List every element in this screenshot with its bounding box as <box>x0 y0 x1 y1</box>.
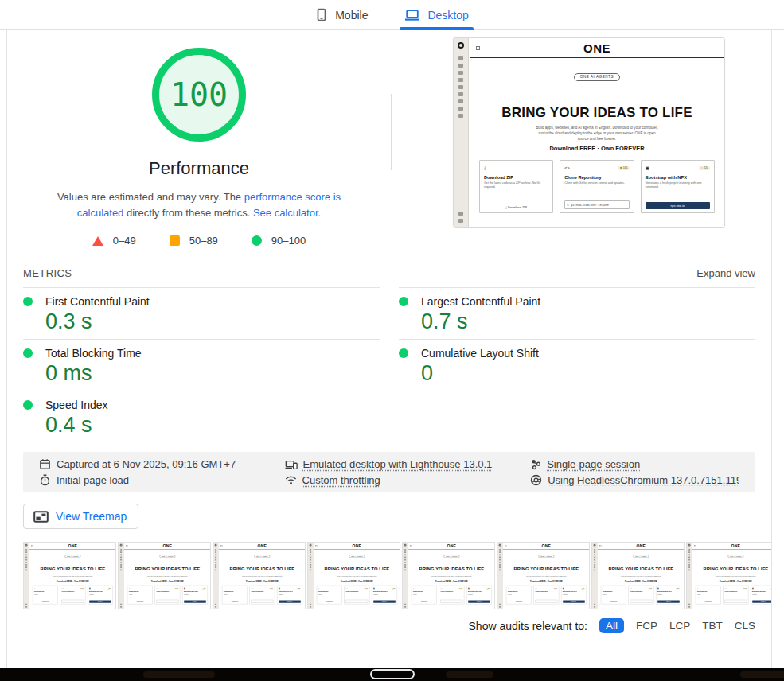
preview-badge: ONE AI AGENTS <box>254 555 270 558</box>
preview-sidebar-icon <box>458 219 463 223</box>
download-icon: ⤓ <box>318 587 319 589</box>
metric-fcp-value: 0.3 s <box>45 310 380 333</box>
preview-badge: ONE AI AGENTS <box>727 555 743 558</box>
page-screenshot-preview: ONE ONE AI AGENTS BRING YOUR IDEAS TO LI… <box>213 543 306 609</box>
view-treemap-button[interactable]: View Treemap <box>23 504 138 529</box>
page-screenshot-preview: ONE ONE AI AGENTS BRING YOUR IDEAS TO LI… <box>592 543 685 609</box>
preview-sidebar-logo-icon <box>404 544 407 547</box>
metrics-heading: METRICS <box>23 267 72 279</box>
phone-icon <box>315 8 328 21</box>
code-icon: <> <box>346 587 348 589</box>
preview-sidebar-icon <box>499 549 501 551</box>
preview-sidebar-icon <box>120 549 122 551</box>
captured-at: Captured at 6 Nov 2025, 09:16 GMT+7 <box>39 458 285 470</box>
preview-subtext: Build apps, websites, and AI agents in E… <box>692 573 772 578</box>
filter-chip-tbt[interactable]: TBT <box>702 620 723 632</box>
preview-sidebar-icon <box>404 604 406 605</box>
pass-circle-icon <box>252 235 262 246</box>
preview-card-download-zip: ⤓ Download ZIP Get the latest code as a … <box>479 160 553 213</box>
preview-sidebar-icon <box>688 549 690 551</box>
metric-tbt-value: 0 ms <box>45 362 380 384</box>
filmstrip-frame: ONE ONE AI AGENTS BRING YOUR IDEAS TO LI… <box>591 542 685 609</box>
performance-score-gauge[interactable]: 100 <box>152 48 246 142</box>
emulated-device[interactable]: Emulated desktop with Lighthouse 13.0.1 <box>285 458 531 470</box>
tab-mobile-label: Mobile <box>335 9 368 21</box>
preview-sidebar-icon <box>120 551 122 553</box>
preview-tagline: Download FREE · Own FOREVER <box>314 580 400 582</box>
preview-logo: ONE <box>692 543 772 548</box>
filmstrip-frame: ONE ONE AI AGENTS BRING YOUR IDEAS TO LI… <box>497 542 590 609</box>
preview-sidebar-icon <box>120 562 122 563</box>
preview-sidebar-icon <box>594 554 595 555</box>
preview-heading: BRING YOUR IDEAS TO LIFE <box>314 566 400 572</box>
tab-desktop-label: Desktop <box>427 9 468 21</box>
signal-icon <box>285 475 297 485</box>
preview-sidebar-icon <box>120 604 122 605</box>
download-icon: ⤓ <box>224 587 224 589</box>
download-icon: ⤓ <box>129 587 130 589</box>
throttling-setting[interactable]: Custom throttling <box>285 474 531 486</box>
metric-cls-value: 0 <box>421 362 755 384</box>
preview-sidebar-icon <box>688 551 690 553</box>
terminal-icon: ▣ <box>373 587 375 589</box>
preview-sidebar-icon <box>310 564 311 566</box>
device-tabs: Mobile Desktop <box>0 0 784 30</box>
score-legend: 0–49 50–89 90–100 <box>7 235 391 247</box>
preview-heading: BRING YOUR IDEAS TO LIFE <box>29 566 116 572</box>
view-treemap-label: View Treemap <box>56 510 127 523</box>
preview-sidebar-icon <box>499 562 501 563</box>
preview-sidebar-icon <box>25 564 27 566</box>
preview-sidebar-icon <box>120 606 122 608</box>
filter-chip-fcp[interactable]: FCP <box>636 620 657 632</box>
preview-tagline: Download FREE · Own FOREVER <box>598 580 685 582</box>
chromium-version[interactable]: Using HeadlessChromium 137.0.7151.119 wi… <box>530 474 739 486</box>
preview-sidebar-icon <box>404 559 406 561</box>
preview-card-clone-repo: <> ★ 161 Clone Repository Clone with Git… <box>154 586 180 605</box>
preview-sidebar-icon <box>688 564 690 566</box>
fail-triangle-icon <box>92 236 103 246</box>
preview-sidebar-icon <box>25 554 27 555</box>
devices-icon <box>285 459 298 470</box>
filter-chip-lcp[interactable]: LCP <box>669 620 690 632</box>
average-square-icon <box>170 235 180 246</box>
preview-sidebar-icon <box>215 606 216 608</box>
preview-sidebar-icon <box>25 551 27 553</box>
preview-sidebar-icon <box>458 78 463 82</box>
preview-sidebar-logo-icon <box>310 544 312 547</box>
tab-mobile[interactable]: Mobile <box>310 0 372 29</box>
filter-chip-cls[interactable]: CLS <box>735 620 755 632</box>
preview-sidebar-icon <box>458 99 463 103</box>
preview-card-download-zip: ⤓ Download ZIP Get the latest code as a … <box>33 586 58 605</box>
preview-sidebar-icon <box>688 569 690 570</box>
preview-sidebar-icon <box>688 604 690 605</box>
preview-sidebar-icon <box>688 562 690 563</box>
download-icon: ⤓ <box>484 165 486 171</box>
filter-chip-all[interactable]: All <box>599 618 624 633</box>
preview-badge: ONE AI AGENTS <box>633 555 649 558</box>
preview-logo: ONE <box>408 543 495 548</box>
session-type[interactable]: Single-page session <box>530 458 739 470</box>
see-calculator-link[interactable]: See calculator <box>253 207 318 219</box>
preview-sidebar-icon <box>458 71 463 75</box>
preview-tagline: Download FREE · Own FOREVER <box>29 580 116 582</box>
metric-lcp-value: 0.7 s <box>421 310 755 333</box>
preview-sidebar-icon <box>310 551 311 553</box>
tab-desktop[interactable]: Desktop <box>400 0 473 29</box>
expand-view-button[interactable]: Expand view <box>696 267 755 279</box>
preview-sidebar-icon <box>215 569 216 570</box>
final-screenshot-thumbnail[interactable]: ONE ONE AI AGENTS BRING YOUR IDEAS TO LI… <box>453 37 725 228</box>
preview-card-download-zip: ⤓ Download ZIP Get the latest code as a … <box>412 586 437 605</box>
preview-heading: BRING YOUR IDEAS TO LIFE <box>219 566 306 572</box>
code-icon: <> <box>252 587 253 589</box>
preview-sidebar-logo-icon <box>215 544 217 547</box>
code-icon: <> <box>536 587 537 589</box>
stars-badge: ★ 161 <box>743 587 747 589</box>
preview-subtext: Build apps, websites, and AI agents in E… <box>470 125 724 142</box>
preview-sidebar <box>687 543 692 609</box>
terminal-icon: ▣ <box>279 587 280 589</box>
download-icon: ⤓ <box>34 587 35 589</box>
preview-sidebar-icon <box>499 559 501 561</box>
preview-sidebar-icon <box>404 551 406 553</box>
preview-sidebar <box>403 543 408 609</box>
preview-sidebar-icon <box>310 606 311 608</box>
